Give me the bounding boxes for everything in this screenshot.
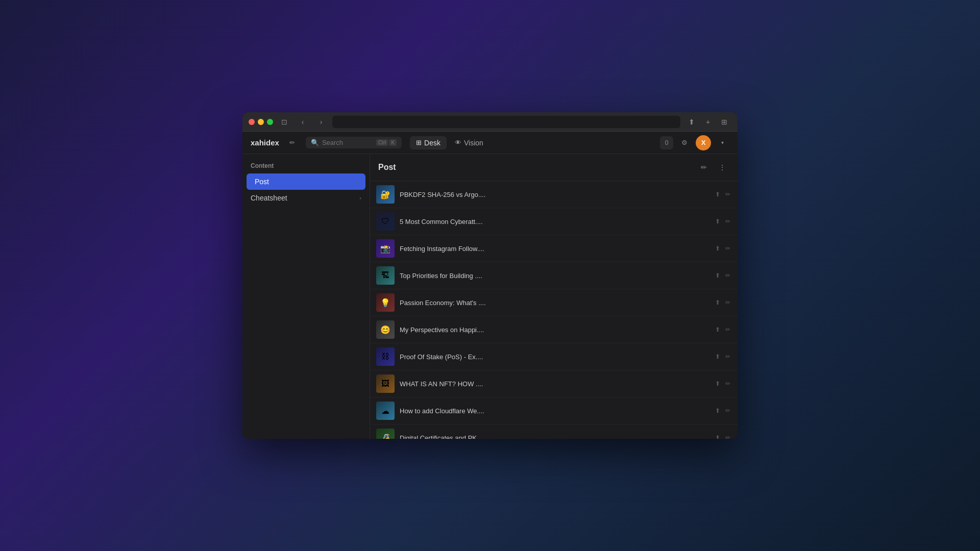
edit-icon[interactable]: ✏ (724, 406, 731, 415)
post-thumbnail: ⛓ (376, 347, 395, 366)
pin-icon[interactable]: ⬆ (714, 325, 721, 334)
grid-button[interactable]: ⊞ (717, 115, 731, 129)
close-button[interactable] (249, 119, 255, 125)
post-panel-title: Post (378, 163, 396, 172)
post-thumbnail: 😊 (376, 320, 395, 339)
post-header: Post ✏ ⋮ (370, 154, 738, 181)
post-thumbnail: 💡 (376, 293, 395, 312)
edit-icon[interactable]: ✏ (724, 352, 731, 361)
main-content: Content Post › Cheatsheet › Post ✏ ⋮ (242, 154, 738, 439)
post-title: Passion Economy: What's .... (400, 299, 709, 307)
edit-icon[interactable]: ✏ (724, 217, 731, 226)
list-item[interactable]: 🛡 5 Most Common Cyberatt.... ⬆ ✏ (370, 208, 738, 235)
edit-icon[interactable]: ✏ (724, 298, 731, 307)
post-header-actions: ✏ ⋮ (697, 160, 729, 174)
back-button[interactable]: ‹ (296, 115, 310, 129)
sidebar-item-cheatsheet-left: Cheatsheet (251, 194, 287, 202)
sidebar-section-title: Content (242, 160, 370, 173)
edit-icon[interactable]: ✏ (724, 379, 731, 388)
more-options-button[interactable]: ⋮ (715, 160, 729, 174)
chevron-right-icon-2: › (359, 195, 361, 201)
sidebar-item-cheatsheet-label: Cheatsheet (251, 194, 287, 202)
post-list: 🔐 PBKDF2 SHA-256 vs Argo.... ⬆ ✏ 🛡 5 Mos… (370, 181, 738, 439)
edit-icon[interactable]: ✏ (724, 433, 731, 439)
pin-icon[interactable]: ⬆ (714, 190, 721, 199)
post-title: Fetching Instagram Follow.... (400, 245, 709, 253)
post-actions: ⬆ ✏ (714, 325, 731, 334)
post-actions: ⬆ ✏ (714, 433, 731, 439)
pin-icon[interactable]: ⬆ (714, 406, 721, 415)
post-actions: ⬆ ✏ (714, 244, 731, 253)
search-box[interactable]: 🔍 Ctrl K (306, 137, 402, 148)
sidebar-item-post[interactable]: Post › (247, 173, 365, 190)
search-input[interactable] (322, 139, 373, 146)
post-actions: ⬆ ✏ (714, 406, 731, 415)
post-thumbnail: 🔏 (376, 429, 395, 439)
pin-icon[interactable]: ⬆ (714, 352, 721, 361)
forward-button[interactable]: › (314, 115, 328, 129)
post-panel: Post ✏ ⋮ 🔐 PBKDF2 SHA-256 vs Argo.... ⬆ … (370, 154, 738, 439)
settings-icon-button[interactable]: ⚙ (677, 136, 692, 150)
browser-window: ⊡ ‹ › ⬆ + ⊞ xahidex ✏ 🔍 Ctrl K ⊞ Desk (242, 112, 738, 439)
pin-icon[interactable]: ⬆ (714, 244, 721, 253)
post-thumbnail: 📸 (376, 239, 395, 258)
list-item[interactable]: ☁ How to add Cloudflare We.... ⬆ ✏ (370, 397, 738, 424)
avatar[interactable]: X (696, 135, 711, 151)
post-thumbnail: 🔐 (376, 185, 395, 204)
chevron-down-icon[interactable]: ▾ (715, 136, 729, 150)
sidebar: Content Post › Cheatsheet › (242, 154, 370, 439)
sidebar-item-post-left: Post (255, 178, 269, 186)
post-thumbnail: 🛡 (376, 212, 395, 231)
sidebar-item-post-label: Post (255, 178, 269, 186)
post-title: Proof Of Stake (PoS) - Ex.... (400, 353, 709, 361)
app-bar: xahidex ✏ 🔍 Ctrl K ⊞ Desk 👁 Vision 0 ⚙ X… (242, 132, 738, 154)
pin-icon[interactable]: ⬆ (714, 433, 721, 439)
ctrl-key: Ctrl (376, 139, 388, 146)
list-item[interactable]: ⛓ Proof Of Stake (PoS) - Ex.... ⬆ ✏ (370, 343, 738, 370)
sidebar-item-cheatsheet[interactable]: Cheatsheet › (242, 190, 370, 206)
pin-icon[interactable]: ⬆ (714, 298, 721, 307)
sidebar-toggle-button[interactable]: ⊡ (277, 115, 291, 129)
post-actions: ⬆ ✏ (714, 217, 731, 226)
list-item[interactable]: 🔏 Digital Certificates and PK.... ⬆ ✏ (370, 424, 738, 439)
nav-tabs: ⊞ Desk 👁 Vision (410, 136, 489, 149)
maximize-button[interactable] (267, 119, 273, 125)
list-item[interactable]: 🏗 Top Priorities for Building .... ⬆ ✏ (370, 262, 738, 289)
search-icon: 🔍 (311, 139, 319, 146)
list-item[interactable]: 📸 Fetching Instagram Follow.... ⬆ ✏ (370, 235, 738, 262)
edit-icon-button[interactable]: ✏ (285, 136, 300, 150)
chevron-right-icon: › (355, 179, 357, 185)
new-post-button[interactable]: ✏ (697, 160, 711, 174)
tab-vision[interactable]: 👁 Vision (449, 136, 489, 149)
post-thumbnail: ☁ (376, 402, 395, 420)
post-title: WHAT IS AN NFT? HOW .... (400, 380, 709, 388)
list-item[interactable]: 😊 My Perspectives on Happi.... ⬆ ✏ (370, 316, 738, 343)
edit-icon[interactable]: ✏ (724, 190, 731, 199)
search-shortcut: Ctrl K (376, 139, 397, 146)
url-bar[interactable] (332, 116, 680, 128)
pin-icon[interactable]: ⬆ (714, 271, 721, 280)
pin-icon[interactable]: ⬆ (714, 379, 721, 388)
browser-actions: ⬆ + ⊞ (684, 115, 731, 129)
share-button[interactable]: ⬆ (684, 115, 699, 129)
edit-icon[interactable]: ✏ (724, 325, 731, 334)
minimize-button[interactable] (258, 119, 264, 125)
post-title: My Perspectives on Happi.... (400, 326, 709, 334)
post-actions: ⬆ ✏ (714, 379, 731, 388)
k-key: K (389, 139, 397, 146)
post-title: How to add Cloudflare We.... (400, 407, 709, 415)
tab-vision-label: Vision (464, 139, 483, 147)
desk-icon: ⊞ (416, 139, 422, 146)
pin-icon[interactable]: ⬆ (714, 217, 721, 226)
vision-icon: 👁 (455, 139, 461, 146)
edit-icon[interactable]: ✏ (724, 244, 731, 253)
new-tab-button[interactable]: + (701, 115, 715, 129)
traffic-lights (249, 119, 273, 125)
list-item[interactable]: 🔐 PBKDF2 SHA-256 vs Argo.... ⬆ ✏ (370, 181, 738, 208)
tab-desk[interactable]: ⊞ Desk (410, 136, 447, 149)
list-item[interactable]: 💡 Passion Economy: What's .... ⬆ ✏ (370, 289, 738, 316)
list-item[interactable]: 🖼 WHAT IS AN NFT? HOW .... ⬆ ✏ (370, 370, 738, 397)
notification-badge[interactable]: 0 (660, 136, 673, 149)
app-bar-right: 0 ⚙ X ▾ (660, 135, 729, 151)
edit-icon[interactable]: ✏ (724, 271, 731, 280)
